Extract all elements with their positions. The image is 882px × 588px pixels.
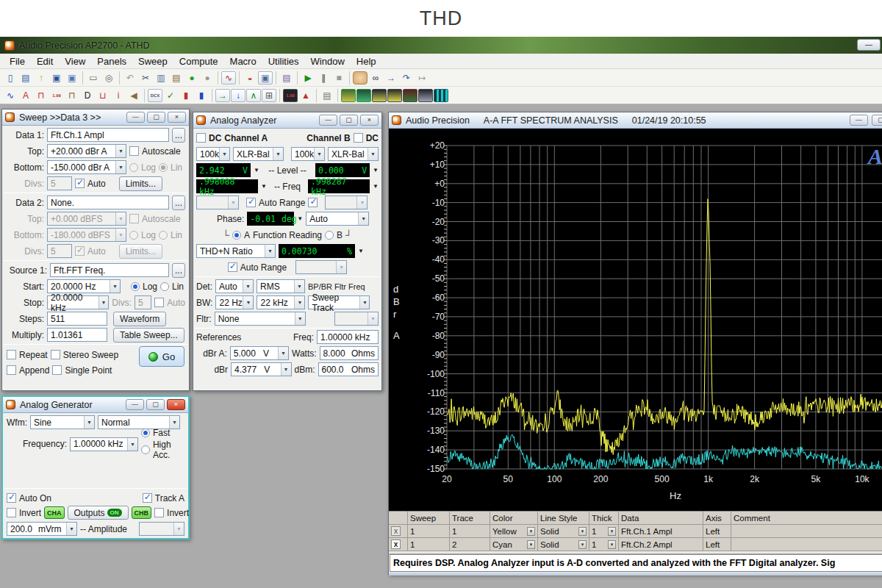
level-a-arrow[interactable]: ▼ (254, 167, 259, 173)
auto3-checkbox[interactable] (154, 298, 164, 307)
dual-domain-icon[interactable]: D (80, 89, 95, 102)
dc-b-checkbox[interactable] (354, 133, 363, 143)
limits1-button[interactable]: Limits... (119, 176, 162, 191)
analyzer-restore-button[interactable]: ▢ (340, 115, 358, 126)
cell-dropdown-arrow[interactable]: ▼ (608, 527, 616, 536)
sweep-close-button[interactable]: × (168, 112, 186, 123)
stop-macro-icon[interactable]: ■ (331, 71, 346, 85)
amplitude-combo[interactable]: 200.0mVrm▼ (7, 522, 77, 536)
copy-icon[interactable]: ▥ (154, 71, 168, 85)
analyzer-minimize-button[interactable]: — (319, 115, 337, 126)
function-arrow[interactable]: ▼ (358, 248, 364, 254)
stop-combo[interactable]: 20.0000 kHz▼ (47, 295, 109, 309)
sweep-titlebar[interactable]: Sweep >>Data 3 >> — ▢ × (2, 110, 189, 126)
outputs-button[interactable]: OutputsON (68, 506, 129, 520)
bottom2-combo[interactable]: -180.000 dBFS▼ (47, 228, 126, 242)
cancel-monitor-icon[interactable]: ● (200, 71, 215, 85)
fltr-combo[interactable]: None▼ (215, 312, 306, 326)
bottom1-combo[interactable]: -150.000 dBr A▼ (47, 160, 126, 174)
trace-select-checkbox[interactable]: x (391, 539, 401, 549)
graph-tile-4-icon[interactable] (387, 89, 402, 102)
freq-b-arrow[interactable]: ▼ (373, 183, 379, 190)
settling-icon[interactable]: 1.00 (283, 89, 298, 102)
graph-tile-1-icon[interactable] (341, 89, 356, 102)
attached-table-icon[interactable]: ⊞ (262, 89, 276, 102)
fltr2-combo[interactable]: ▼ (334, 312, 379, 326)
go-button[interactable]: Go (139, 346, 184, 367)
cell-thick[interactable]: 1▼ (589, 538, 619, 551)
watts-field[interactable]: 8.000Ohms (320, 346, 379, 360)
sweep-restore-button[interactable]: ▢ (147, 112, 165, 123)
phase-mode-combo[interactable]: Auto▼ (306, 212, 369, 226)
page-setup-icon[interactable]: ▤ (279, 71, 294, 85)
autoscale1-checkbox[interactable] (129, 146, 139, 156)
dbm-field[interactable]: 600.0Ohms (318, 362, 379, 376)
step-out-icon[interactable]: ↦ (415, 71, 429, 85)
cell-dropdown-arrow[interactable]: ▼ (527, 527, 535, 536)
analyzer-close-button[interactable]: × (360, 115, 379, 126)
impedance-b-combo[interactable]: 100k▼ (291, 147, 325, 161)
bw-hi-combo[interactable]: 22 kHz▼ (257, 295, 305, 309)
high-acc-radio[interactable] (141, 445, 150, 454)
sweep-minimize-button[interactable]: — (126, 112, 145, 123)
hand-tool-icon[interactable] (353, 71, 368, 85)
det-mode-combo[interactable]: RMS▼ (257, 279, 305, 293)
dsp-generator-icon[interactable]: ⊓ (65, 89, 79, 102)
impedance-a-combo[interactable]: 100k▼ (196, 147, 230, 161)
amplitude-b-combo[interactable]: ▼ (139, 522, 184, 536)
menu-file[interactable]: File (4, 55, 30, 68)
fft-restore-button[interactable]: ▢ (872, 115, 882, 126)
gen-freq-combo[interactable]: 1.00000 kHz▼ (70, 437, 138, 451)
menu-view[interactable]: View (60, 55, 90, 68)
connector-a-combo[interactable]: XLR-Bal▼ (233, 147, 284, 161)
step-over-icon[interactable]: ↷ (399, 71, 414, 85)
bpbr-combo[interactable]: Sweep Track▼ (308, 295, 370, 309)
invert-a-checkbox[interactable] (7, 508, 16, 517)
menu-window[interactable]: Window (306, 55, 350, 68)
graph-tile-7-icon[interactable] (434, 89, 448, 102)
source1-browse-button[interactable]: ... (172, 263, 185, 278)
dbra-combo[interactable]: 5.000V▼ (230, 346, 289, 360)
print-icon[interactable]: ▭ (86, 71, 101, 85)
generator-close-button[interactable]: × (167, 399, 185, 410)
auto-on-checkbox[interactable] (7, 493, 16, 503)
function-b-radio[interactable] (325, 231, 334, 240)
dio-status-icon[interactable]: i (111, 89, 126, 102)
run-macro-icon[interactable]: ▶ (301, 71, 315, 85)
generator-restore-button[interactable]: ▢ (146, 399, 165, 410)
analog-analyzer-icon[interactable]: A (18, 89, 33, 102)
dcx-icon[interactable]: DCX (148, 89, 162, 102)
menu-sweep[interactable]: Sweep (133, 55, 173, 68)
print-preview-icon[interactable]: ◎ (101, 71, 116, 85)
append-checkbox[interactable] (7, 365, 16, 375)
panel-layout-icon[interactable]: ▣ (258, 71, 273, 85)
undo-icon[interactable]: ↶ (123, 71, 137, 85)
function-range-combo[interactable]: ▼ (295, 260, 347, 274)
steps-field[interactable]: 511 (47, 312, 107, 326)
bw-lo-combo[interactable]: 22 Hz▼ (215, 295, 254, 309)
sweep-log-radio[interactable] (131, 282, 140, 291)
trace-select-checkbox[interactable]: x (391, 526, 401, 536)
auto2-checkbox[interactable] (75, 246, 85, 256)
stereo-checkbox[interactable] (51, 350, 60, 359)
graph-tile-5-icon[interactable] (403, 89, 417, 102)
level-b-arrow[interactable]: ▼ (373, 167, 379, 173)
track-a-checkbox[interactable] (143, 493, 152, 503)
chb-button[interactable]: CHB (132, 506, 152, 519)
fast-radio[interactable] (141, 429, 150, 437)
new-test-icon[interactable]: ▯ (3, 71, 18, 85)
menu-macro[interactable]: Macro (225, 55, 262, 68)
window-resize-edge[interactable] (389, 572, 882, 576)
digital-analyzer-icon[interactable]: 1.99 (49, 89, 64, 102)
generator-titlebar[interactable]: Analog Generator — ▢ × (3, 397, 188, 413)
save-all-icon[interactable]: ▣ (65, 71, 79, 85)
autorange-a-checkbox[interactable] (246, 198, 256, 207)
data-editor-icon[interactable]: ▤ (320, 89, 334, 102)
function-autorange-checkbox[interactable] (228, 262, 237, 272)
ok-monitor-icon[interactable]: ● (184, 71, 199, 85)
auto1-checkbox[interactable] (75, 179, 85, 188)
fft-titlebar[interactable]: Audio Precision A-A FFT SPECTRUM ANALYSI… (389, 112, 882, 129)
app-minimize-button[interactable]: — (857, 39, 881, 51)
top1-combo[interactable]: +20.000 dBr A▼ (47, 144, 126, 158)
freq-a-arrow[interactable]: ▼ (261, 183, 267, 190)
